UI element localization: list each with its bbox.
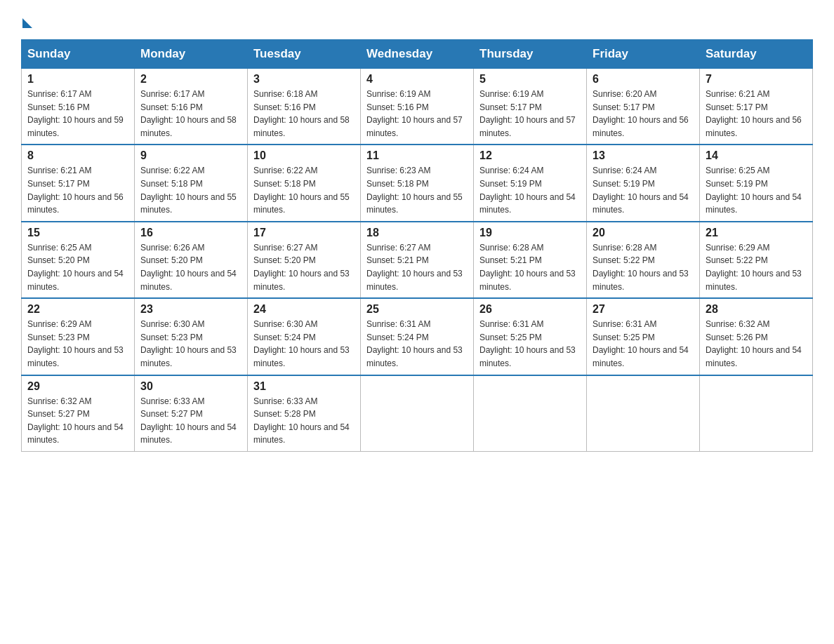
calendar-day-header-thursday: Thursday [474,40,587,69]
day-info: Sunrise: 6:27 AMSunset: 5:20 PMDaylight:… [253,243,350,292]
day-number: 14 [706,149,807,162]
calendar-day-22: 22 Sunrise: 6:29 AMSunset: 5:23 PMDaylig… [22,298,135,375]
calendar-week-row-1: 1 Sunrise: 6:17 AMSunset: 5:16 PMDayligh… [22,69,813,145]
calendar-empty-cell [587,375,700,452]
calendar-day-15: 15 Sunrise: 6:25 AMSunset: 5:20 PMDaylig… [22,222,135,298]
calendar-week-row-5: 29 Sunrise: 6:32 AMSunset: 5:27 PMDaylig… [22,375,813,452]
day-info: Sunrise: 6:25 AMSunset: 5:19 PMDaylight:… [706,166,802,215]
calendar-day-9: 9 Sunrise: 6:22 AMSunset: 5:18 PMDayligh… [135,145,248,221]
day-number: 23 [140,303,241,316]
calendar-week-row-4: 22 Sunrise: 6:29 AMSunset: 5:23 PMDaylig… [22,298,813,375]
calendar-day-header-tuesday: Tuesday [248,40,361,69]
day-info: Sunrise: 6:33 AMSunset: 5:27 PMDaylight:… [140,396,237,445]
day-number: 18 [366,227,468,239]
calendar-day-16: 16 Sunrise: 6:26 AMSunset: 5:20 PMDaylig… [135,222,248,298]
calendar-day-header-friday: Friday [587,40,700,69]
day-info: Sunrise: 6:17 AMSunset: 5:16 PMDaylight:… [27,89,124,138]
calendar-header-row: SundayMondayTuesdayWednesdayThursdayFrid… [22,40,813,69]
day-info: Sunrise: 6:26 AMSunset: 5:20 PMDaylight:… [140,243,237,292]
calendar-day-3: 3 Sunrise: 6:18 AMSunset: 5:16 PMDayligh… [248,69,361,145]
day-info: Sunrise: 6:21 AMSunset: 5:17 PMDaylight:… [27,166,124,215]
day-info: Sunrise: 6:30 AMSunset: 5:24 PMDaylight:… [253,319,350,368]
day-info: Sunrise: 6:17 AMSunset: 5:16 PMDaylight:… [140,89,237,138]
day-info: Sunrise: 6:24 AMSunset: 5:19 PMDaylight:… [479,166,576,215]
day-info: Sunrise: 6:29 AMSunset: 5:22 PMDaylight:… [706,243,802,292]
calendar-day-31: 31 Sunrise: 6:33 AMSunset: 5:28 PMDaylig… [248,375,361,452]
calendar-day-27: 27 Sunrise: 6:31 AMSunset: 5:25 PMDaylig… [587,298,700,375]
calendar-week-row-2: 8 Sunrise: 6:21 AMSunset: 5:17 PMDayligh… [22,145,813,221]
day-info: Sunrise: 6:27 AMSunset: 5:21 PMDaylight:… [366,243,463,292]
day-number: 30 [140,380,241,393]
calendar-day-28: 28 Sunrise: 6:32 AMSunset: 5:26 PMDaylig… [700,298,813,375]
calendar-day-21: 21 Sunrise: 6:29 AMSunset: 5:22 PMDaylig… [700,222,813,298]
day-number: 9 [140,149,241,162]
calendar-table: SundayMondayTuesdayWednesdayThursdayFrid… [21,39,813,452]
day-info: Sunrise: 6:18 AMSunset: 5:16 PMDaylight:… [253,89,350,138]
calendar-day-25: 25 Sunrise: 6:31 AMSunset: 5:24 PMDaylig… [361,298,474,375]
day-info: Sunrise: 6:29 AMSunset: 5:23 PMDaylight:… [27,319,124,368]
calendar-empty-cell [700,375,813,452]
calendar-day-header-wednesday: Wednesday [361,40,474,69]
day-info: Sunrise: 6:23 AMSunset: 5:18 PMDaylight:… [366,166,463,215]
day-number: 7 [706,73,807,86]
day-number: 21 [706,227,807,239]
day-number: 19 [479,227,581,239]
page-header [21,14,813,25]
day-info: Sunrise: 6:32 AMSunset: 5:27 PMDaylight:… [27,396,124,445]
calendar-empty-cell [474,375,587,452]
day-info: Sunrise: 6:31 AMSunset: 5:24 PMDaylight:… [366,319,463,368]
day-number: 12 [479,149,581,162]
logo [21,14,32,25]
day-number: 16 [140,227,241,239]
day-info: Sunrise: 6:28 AMSunset: 5:22 PMDaylight:… [593,243,689,292]
calendar-day-19: 19 Sunrise: 6:28 AMSunset: 5:21 PMDaylig… [474,222,587,298]
calendar-day-17: 17 Sunrise: 6:27 AMSunset: 5:20 PMDaylig… [248,222,361,298]
day-number: 28 [706,303,807,316]
calendar-day-11: 11 Sunrise: 6:23 AMSunset: 5:18 PMDaylig… [361,145,474,221]
day-info: Sunrise: 6:25 AMSunset: 5:20 PMDaylight:… [27,243,124,292]
day-number: 17 [253,227,355,239]
logo-triangle-icon [22,18,32,28]
calendar-day-10: 10 Sunrise: 6:22 AMSunset: 5:18 PMDaylig… [248,145,361,221]
day-number: 15 [27,227,128,239]
day-number: 25 [366,303,468,316]
calendar-week-row-3: 15 Sunrise: 6:25 AMSunset: 5:20 PMDaylig… [22,222,813,298]
calendar-day-12: 12 Sunrise: 6:24 AMSunset: 5:19 PMDaylig… [474,145,587,221]
calendar-day-13: 13 Sunrise: 6:24 AMSunset: 5:19 PMDaylig… [587,145,700,221]
calendar-day-23: 23 Sunrise: 6:30 AMSunset: 5:23 PMDaylig… [135,298,248,375]
calendar-day-26: 26 Sunrise: 6:31 AMSunset: 5:25 PMDaylig… [474,298,587,375]
day-info: Sunrise: 6:31 AMSunset: 5:25 PMDaylight:… [479,319,576,368]
day-number: 26 [479,303,581,316]
calendar-day-8: 8 Sunrise: 6:21 AMSunset: 5:17 PMDayligh… [22,145,135,221]
calendar-day-14: 14 Sunrise: 6:25 AMSunset: 5:19 PMDaylig… [700,145,813,221]
day-info: Sunrise: 6:24 AMSunset: 5:19 PMDaylight:… [593,166,689,215]
calendar-day-4: 4 Sunrise: 6:19 AMSunset: 5:16 PMDayligh… [361,69,474,145]
day-number: 11 [366,149,468,162]
day-info: Sunrise: 6:21 AMSunset: 5:17 PMDaylight:… [706,89,802,138]
day-info: Sunrise: 6:22 AMSunset: 5:18 PMDaylight:… [140,166,237,215]
day-number: 8 [27,149,128,162]
day-number: 2 [140,73,241,86]
calendar-day-2: 2 Sunrise: 6:17 AMSunset: 5:16 PMDayligh… [135,69,248,145]
calendar-day-7: 7 Sunrise: 6:21 AMSunset: 5:17 PMDayligh… [700,69,813,145]
day-number: 22 [27,303,128,316]
day-info: Sunrise: 6:28 AMSunset: 5:21 PMDaylight:… [479,243,576,292]
day-info: Sunrise: 6:30 AMSunset: 5:23 PMDaylight:… [140,319,237,368]
day-number: 3 [253,73,355,86]
day-info: Sunrise: 6:20 AMSunset: 5:17 PMDaylight:… [593,89,689,138]
day-info: Sunrise: 6:32 AMSunset: 5:26 PMDaylight:… [706,319,802,368]
day-number: 20 [593,227,694,239]
day-info: Sunrise: 6:33 AMSunset: 5:28 PMDaylight:… [253,396,350,445]
day-number: 24 [253,303,355,316]
day-info: Sunrise: 6:22 AMSunset: 5:18 PMDaylight:… [253,166,350,215]
day-number: 29 [27,380,128,393]
day-number: 31 [253,380,355,393]
day-number: 5 [479,73,581,86]
calendar-day-1: 1 Sunrise: 6:17 AMSunset: 5:16 PMDayligh… [22,69,135,145]
calendar-day-header-saturday: Saturday [700,40,813,69]
calendar-day-18: 18 Sunrise: 6:27 AMSunset: 5:21 PMDaylig… [361,222,474,298]
calendar-day-30: 30 Sunrise: 6:33 AMSunset: 5:27 PMDaylig… [135,375,248,452]
day-number: 6 [593,73,694,86]
day-info: Sunrise: 6:19 AMSunset: 5:16 PMDaylight:… [366,89,463,138]
day-info: Sunrise: 6:19 AMSunset: 5:17 PMDaylight:… [479,89,576,138]
